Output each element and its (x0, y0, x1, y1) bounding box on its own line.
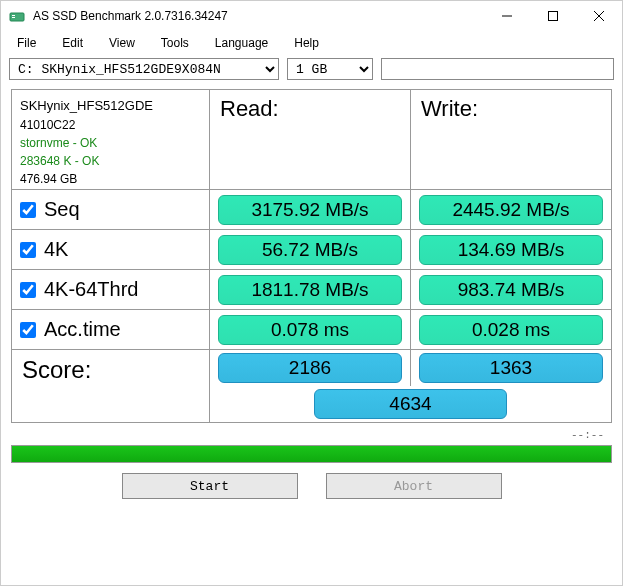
maximize-button[interactable] (530, 1, 576, 31)
4k64-checkbox[interactable] (20, 282, 36, 298)
menu-file[interactable]: File (5, 33, 48, 53)
score-read: 2186 (218, 353, 402, 383)
seq-label: Seq (44, 198, 80, 221)
seq-checkbox[interactable] (20, 202, 36, 218)
minimize-button[interactable] (484, 1, 530, 31)
score-total: 4634 (314, 389, 506, 419)
drive-capacity: 476.94 GB (20, 170, 201, 188)
drive-firmware: 41010C22 (20, 116, 201, 134)
menu-tools[interactable]: Tools (149, 33, 201, 53)
progress-bar (11, 445, 612, 463)
app-icon (9, 8, 25, 24)
4k-write-value: 134.69 MB/s (419, 235, 603, 265)
abort-button[interactable]: Abort (326, 473, 502, 499)
svg-rect-1 (12, 15, 15, 16)
menu-view[interactable]: View (97, 33, 147, 53)
svg-rect-2 (12, 17, 15, 18)
seq-write-value: 2445.92 MB/s (419, 195, 603, 225)
acc-checkbox[interactable] (20, 322, 36, 338)
drive-model: SKHynix_HFS512GDE (20, 96, 201, 116)
seq-read-value: 3175.92 MB/s (218, 195, 402, 225)
4k64-read-value: 1811.78 MB/s (218, 275, 402, 305)
size-select[interactable]: 1 GB (287, 58, 373, 80)
progress-fill (12, 446, 611, 462)
4k-label: 4K (44, 238, 68, 261)
write-header: Write: (411, 90, 611, 189)
acc-label: Acc.time (44, 318, 121, 341)
acc-write-value: 0.028 ms (419, 315, 603, 345)
menu-edit[interactable]: Edit (50, 33, 95, 53)
close-button[interactable] (576, 1, 622, 31)
search-input[interactable] (381, 58, 614, 80)
svg-rect-4 (549, 12, 558, 21)
score-write: 1363 (419, 353, 603, 383)
menu-help[interactable]: Help (282, 33, 331, 53)
read-header: Read: (210, 90, 411, 189)
driver-status: stornvme - OK (20, 134, 201, 152)
menu-language[interactable]: Language (203, 33, 280, 53)
drive-select[interactable]: C: SKHynix_HFS512GDE9X084N (9, 58, 279, 80)
status-time: --:-- (1, 427, 622, 443)
window-title: AS SSD Benchmark 2.0.7316.34247 (33, 9, 484, 23)
4k64-label: 4K-64Thrd (44, 278, 139, 301)
start-button[interactable]: Start (122, 473, 298, 499)
drive-info-panel: SKHynix_HFS512GDE 41010C22 stornvme - OK… (12, 90, 210, 189)
4k64-write-value: 983.74 MB/s (419, 275, 603, 305)
score-label: Score: (12, 350, 210, 422)
align-status: 283648 K - OK (20, 152, 201, 170)
4k-read-value: 56.72 MB/s (218, 235, 402, 265)
4k-checkbox[interactable] (20, 242, 36, 258)
acc-read-value: 0.078 ms (218, 315, 402, 345)
